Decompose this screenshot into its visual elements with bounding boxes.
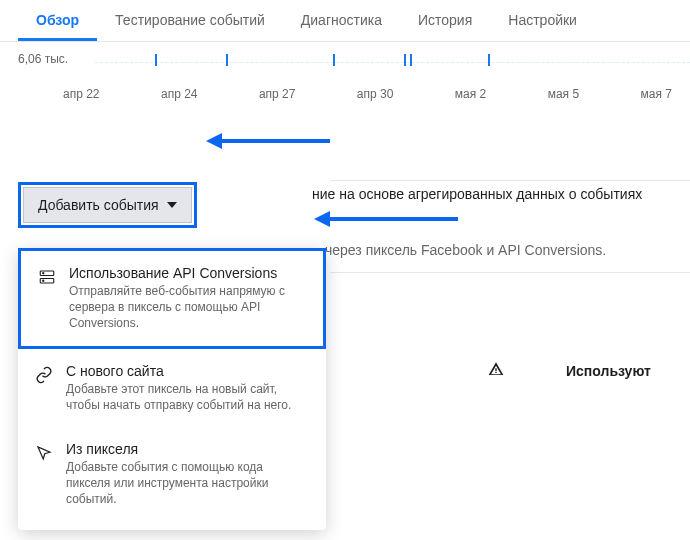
chart-bars: [95, 52, 690, 67]
aggregated-desc-fragment: через пиксель Facebook и API Conversions…: [325, 242, 606, 258]
add-events-dropdown: Использование API Conversions Отправляйт…: [18, 248, 326, 530]
warning-icon: [488, 361, 504, 381]
tabs-bar: Обзор Тестирование событий Диагностика И…: [0, 0, 690, 42]
link-icon: [34, 365, 54, 385]
dropdown-item-api-conversions[interactable]: Использование API Conversions Отправляйт…: [18, 248, 326, 349]
dropdown-item-desc: Добавьте события с помощью кода пикселя …: [66, 459, 310, 508]
svg-point-2: [43, 273, 44, 274]
annotation-arrow-1: [220, 139, 330, 143]
x-tick: мая 5: [548, 87, 579, 101]
x-tick: мая 2: [455, 87, 486, 101]
aggregated-title-fragment: ние на основе агрегированных данных о со…: [312, 186, 642, 202]
tab-history[interactable]: История: [400, 0, 490, 41]
x-tick: апр 24: [161, 87, 198, 101]
chart-x-axis: апр 22 апр 24 апр 27 апр 30 мая 2 мая 5 …: [18, 87, 672, 101]
dropdown-item-desc: Отправляйте веб-события напрямую с серве…: [69, 283, 307, 332]
column-header-users: Используют: [566, 363, 651, 379]
dropdown-item-desc: Добавьте этот пиксель на новый сайт, что…: [66, 381, 310, 413]
dropdown-item-new-site[interactable]: С нового сайта Добавьте этот пиксель на …: [18, 349, 326, 427]
x-tick: апр 22: [63, 87, 100, 101]
tab-overview[interactable]: Обзор: [18, 0, 97, 41]
x-tick: мая 7: [641, 87, 672, 101]
cursor-icon: [34, 443, 54, 463]
add-events-button[interactable]: Добавить события: [23, 187, 192, 223]
svg-point-3: [43, 280, 44, 281]
annotation-arrow-2: [328, 217, 458, 221]
tab-diagnostics[interactable]: Диагностика: [283, 0, 400, 41]
chart-y-tick: 6,06 тыс.: [18, 52, 68, 66]
caret-down-icon: [167, 202, 177, 208]
content-area: Добавить события ние на основе агрегиров…: [0, 122, 690, 228]
dropdown-item-title: С нового сайта: [66, 363, 310, 379]
add-events-label: Добавить события: [38, 197, 159, 213]
dropdown-item-from-pixel[interactable]: Из пикселя Добавьте события с помощью ко…: [18, 427, 326, 530]
chart: 6,06 тыс. апр 22 апр 24 апр 27 апр 30 ма…: [0, 42, 690, 122]
dropdown-item-title: Использование API Conversions: [69, 265, 307, 281]
x-tick: апр 27: [259, 87, 296, 101]
x-tick: апр 30: [357, 87, 394, 101]
tab-settings[interactable]: Настройки: [490, 0, 595, 41]
dropdown-item-title: Из пикселя: [66, 441, 310, 457]
server-icon: [37, 267, 57, 287]
tab-testing[interactable]: Тестирование событий: [97, 0, 283, 41]
highlight-add-button: Добавить события: [18, 182, 197, 228]
